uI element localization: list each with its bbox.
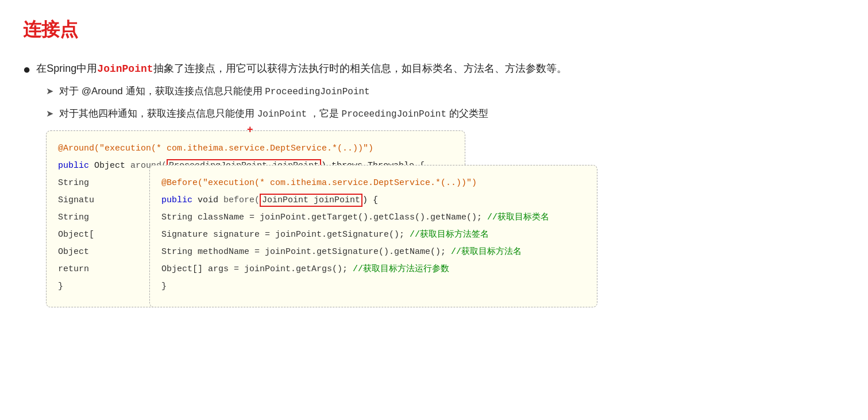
- code-line-annotation-1: @Around("execution(* com.itheima.service…: [58, 140, 453, 157]
- bullet-line-1: ● 在Spring中用JoinPoint抽象了连接点，用它可以获得方法执行时的相…: [23, 60, 845, 79]
- code-line-b-4: Signature signature = joinPoint.getSigna…: [161, 226, 585, 244]
- code-line-b-annotation: @Before("execution(* com.itheima.service…: [161, 175, 585, 192]
- bullet-dot: ●: [23, 60, 30, 79]
- sub-bullet-2: ➤ 对于其他四种通知，获取连接点信息只能使用 JoinPoint ，它是 Pro…: [46, 106, 845, 122]
- code-line-b-6: Object[] args = joinPoint.getArgs(); //获…: [161, 261, 585, 278]
- bullet-text-1: 在Spring中用JoinPoint抽象了连接点，用它可以获得方法执行时的相关信…: [36, 60, 566, 78]
- code-line-b-3: String className = joinPoint.getTarget()…: [161, 209, 585, 226]
- code-line-b-7: }: [161, 278, 585, 295]
- plus-sign: +: [247, 124, 253, 136]
- arrow-2: ➤: [46, 106, 53, 121]
- code-area-wrapper: + @Around("execution(* com.itheima.servi…: [46, 130, 845, 307]
- sub-bullet-1: ➤ 对于 @Around 通知，获取连接点信息只能使用 ProceedingJo…: [46, 83, 845, 100]
- page-title: 连接点: [23, 17, 845, 43]
- sub-text-2: 对于其他四种通知，获取连接点信息只能使用 JoinPoint ，它是 Proce…: [59, 106, 488, 122]
- code-block-2: @Before("execution(* com.itheima.service…: [149, 165, 597, 307]
- sub-text-1: 对于 @Around 通知，获取连接点信息只能使用 ProceedingJoin…: [59, 83, 370, 100]
- bullet-section: ● 在Spring中用JoinPoint抽象了连接点，用它可以获得方法执行时的相…: [23, 60, 845, 307]
- code-line-b-5: String methodName = joinPoint.getSignatu…: [161, 244, 585, 261]
- arrow-1: ➤: [46, 83, 53, 99]
- code-line-b-2: public void before(JoinPoint joinPoint) …: [161, 192, 585, 209]
